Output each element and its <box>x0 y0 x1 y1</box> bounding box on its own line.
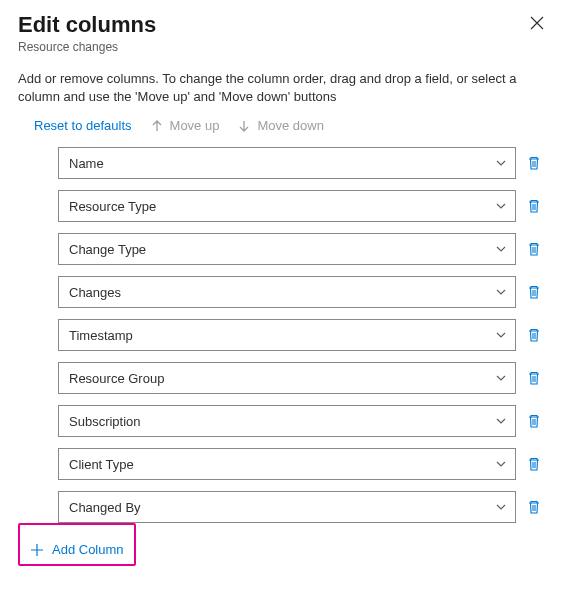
column-dropdown-label: Change Type <box>69 242 146 257</box>
move-down-button[interactable]: Move down <box>237 118 323 133</box>
chevron-down-icon <box>495 415 507 427</box>
chevron-down-icon <box>495 286 507 298</box>
close-button[interactable] <box>526 12 548 34</box>
column-row: Client Type <box>58 448 544 480</box>
column-dropdown[interactable]: Changed By <box>58 491 516 523</box>
column-row: Change Type <box>58 233 544 265</box>
trash-icon <box>526 198 542 214</box>
page-subtitle: Resource changes <box>18 40 548 54</box>
column-row: Timestamp <box>58 319 544 351</box>
delete-column-button[interactable] <box>524 198 544 214</box>
column-dropdown-label: Resource Type <box>69 199 156 214</box>
chevron-down-icon <box>495 200 507 212</box>
trash-icon <box>526 499 542 515</box>
column-row: Resource Type <box>58 190 544 222</box>
column-dropdown-label: Name <box>69 156 104 171</box>
column-dropdown[interactable]: Resource Type <box>58 190 516 222</box>
column-row: Changed By <box>58 491 544 523</box>
column-row: Resource Group <box>58 362 544 394</box>
delete-column-button[interactable] <box>524 155 544 171</box>
column-dropdown[interactable]: Change Type <box>58 233 516 265</box>
delete-column-button[interactable] <box>524 241 544 257</box>
trash-icon <box>526 370 542 386</box>
chevron-down-icon <box>495 157 507 169</box>
move-down-label: Move down <box>257 118 323 133</box>
trash-icon <box>526 284 542 300</box>
column-dropdown[interactable]: Client Type <box>58 448 516 480</box>
delete-column-button[interactable] <box>524 456 544 472</box>
column-dropdown-label: Changed By <box>69 500 141 515</box>
page-title: Edit columns <box>18 12 156 38</box>
plus-icon <box>30 543 44 557</box>
chevron-down-icon <box>495 372 507 384</box>
trash-icon <box>526 456 542 472</box>
column-dropdown[interactable]: Name <box>58 147 516 179</box>
add-column-button[interactable]: Add Column <box>20 535 134 564</box>
description-text: Add or remove columns. To change the col… <box>18 70 548 106</box>
arrow-up-icon <box>150 119 164 133</box>
trash-icon <box>526 413 542 429</box>
close-icon <box>530 16 544 30</box>
chevron-down-icon <box>495 243 507 255</box>
chevron-down-icon <box>495 329 507 341</box>
reset-to-defaults-link[interactable]: Reset to defaults <box>34 118 132 133</box>
trash-icon <box>526 155 542 171</box>
move-up-button[interactable]: Move up <box>150 118 220 133</box>
column-dropdown-label: Changes <box>69 285 121 300</box>
move-up-label: Move up <box>170 118 220 133</box>
delete-column-button[interactable] <box>524 370 544 386</box>
delete-column-button[interactable] <box>524 413 544 429</box>
column-row: Changes <box>58 276 544 308</box>
trash-icon <box>526 327 542 343</box>
column-dropdown-label: Client Type <box>69 457 134 472</box>
column-dropdown-label: Subscription <box>69 414 141 429</box>
chevron-down-icon <box>495 501 507 513</box>
delete-column-button[interactable] <box>524 284 544 300</box>
arrow-down-icon <box>237 119 251 133</box>
column-dropdown[interactable]: Timestamp <box>58 319 516 351</box>
column-dropdown[interactable]: Resource Group <box>58 362 516 394</box>
chevron-down-icon <box>495 458 507 470</box>
delete-column-button[interactable] <box>524 499 544 515</box>
add-column-label: Add Column <box>52 542 124 557</box>
trash-icon <box>526 241 542 257</box>
column-dropdown-label: Resource Group <box>69 371 164 386</box>
column-dropdown[interactable]: Changes <box>58 276 516 308</box>
delete-column-button[interactable] <box>524 327 544 343</box>
column-dropdown[interactable]: Subscription <box>58 405 516 437</box>
column-row: Name <box>58 147 544 179</box>
column-dropdown-label: Timestamp <box>69 328 133 343</box>
column-row: Subscription <box>58 405 544 437</box>
